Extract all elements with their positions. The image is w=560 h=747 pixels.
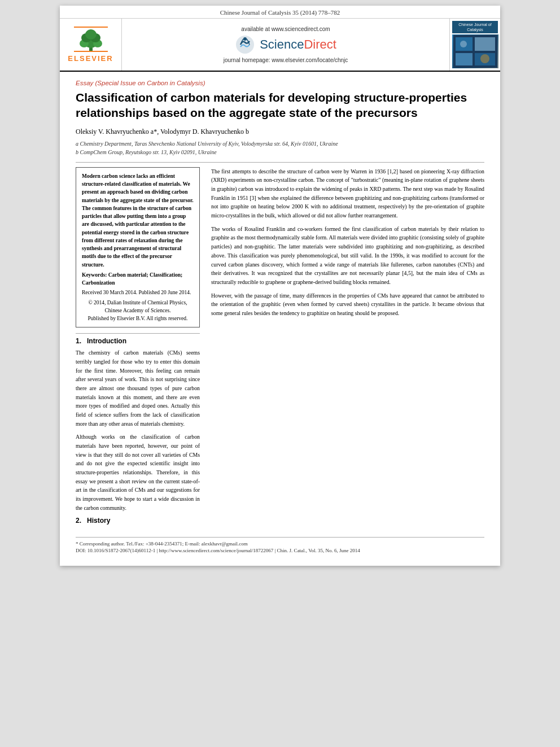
corresponding-author-footer: * Corresponding author. Tel./Fax: +38-04… bbox=[76, 541, 484, 547]
right-para-3: However, with the passage of time, many … bbox=[211, 291, 484, 318]
journal-cover-svg bbox=[453, 35, 497, 68]
journal-cover-image bbox=[452, 34, 498, 68]
svg-rect-7 bbox=[74, 27, 108, 28]
elsevier-tree-icon bbox=[74, 27, 108, 52]
page: Chinese Journal of Catalysis 35 (2014) 7… bbox=[60, 6, 500, 566]
journal-thumb-title: Chinese Journal of Catalysis bbox=[452, 21, 498, 33]
affiliation-b: b CompChem Group, Reyutskogo str. 13, Ky… bbox=[76, 148, 484, 156]
divider-1 bbox=[76, 162, 484, 163]
elsevier-wordmark: ELSEVIER bbox=[68, 54, 113, 63]
intro-heading: 1. Introduction bbox=[76, 337, 200, 345]
history-heading: 2. History bbox=[76, 517, 200, 525]
intro-para-1: The chemistry of carbon materials (CMs) … bbox=[76, 348, 200, 428]
intro-number: 1. bbox=[76, 337, 81, 345]
keywords-line: Keywords: Carbon material; Classificatio… bbox=[82, 271, 194, 287]
elsevier-logo: ELSEVIER bbox=[60, 19, 122, 71]
abstract-body: Modern carbon science lacks an efficient… bbox=[82, 172, 194, 269]
history-heading-text: History bbox=[87, 517, 110, 525]
svg-rect-14 bbox=[456, 53, 473, 65]
abstract-box: Modern carbon science lacks an efficient… bbox=[76, 167, 200, 328]
history-number: 2. bbox=[76, 517, 81, 525]
affiliations: a Chemistry Department, Taras Shevchenko… bbox=[76, 139, 484, 156]
copyright-text: © 2014, Dalian Institute of Chemical Phy… bbox=[82, 299, 194, 315]
history-section: 2. History bbox=[76, 517, 200, 525]
journal-thumb-title-text: Chinese Journal of Catalysis bbox=[458, 23, 491, 32]
footer-area: * Corresponding author. Tel./Fax: +38-04… bbox=[76, 537, 484, 553]
svg-point-10 bbox=[243, 37, 247, 41]
two-column-layout: Modern carbon science lacks an efficient… bbox=[76, 167, 484, 528]
article-title: Classification of carbon materials for d… bbox=[76, 90, 484, 121]
dates-line: Received 30 March 2014. Published 20 Jun… bbox=[82, 289, 194, 296]
available-at-url: available at www.sciencedirect.com bbox=[241, 26, 330, 32]
journal-thumbnail: Chinese Journal of Catalysis bbox=[449, 19, 500, 71]
journal-title: Chinese Journal of Catalysis 35 (2014) 7… bbox=[220, 9, 340, 16]
intro-para-2: Although works on the classification of … bbox=[76, 433, 200, 512]
content-area: Essay (Special Issue on Carbon in Cataly… bbox=[60, 72, 500, 566]
journal-header: Chinese Journal of Catalysis 35 (2014) 7… bbox=[60, 6, 500, 19]
sd-name-text: ScienceDirect bbox=[260, 37, 336, 52]
sd-logo-icon bbox=[235, 34, 255, 55]
svg-point-6 bbox=[85, 29, 97, 40]
copyright-line: © 2014, Dalian Institute of Chemical Phy… bbox=[82, 299, 194, 323]
journal-homepage-url: journal homepage: www.elsevier.com/locat… bbox=[224, 57, 348, 63]
authors: Oleksiy V. Khavryuchenko a*, Volodymyr D… bbox=[76, 128, 484, 136]
svg-rect-13 bbox=[475, 37, 495, 51]
sciencedirect-banner: available at www.sciencedirect.com Scien… bbox=[122, 19, 449, 71]
keywords-label: Keywords: bbox=[82, 272, 107, 278]
divider-left bbox=[76, 333, 200, 334]
essay-tag: Essay (Special Issue on Carbon in Cataly… bbox=[76, 80, 484, 86]
svg-point-16 bbox=[460, 41, 467, 47]
left-column: Modern carbon science lacks an efficient… bbox=[76, 167, 200, 528]
header-strip: ELSEVIER available at www.sciencedirect.… bbox=[60, 19, 500, 72]
right-para-2: The works of Rosalind Franklin and co-wo… bbox=[211, 225, 484, 287]
affiliation-a: a Chemistry Department, Taras Shevchenko… bbox=[76, 139, 484, 148]
doi-footer: DOI: 10.1016/S1872-2067(14)60112-1 | htt… bbox=[76, 548, 484, 553]
svg-rect-8 bbox=[74, 51, 108, 52]
intro-heading-text: Introduction bbox=[87, 337, 126, 345]
intro-section: 1. Introduction The chemistry of carbon … bbox=[76, 337, 200, 512]
right-column: The first attempts to describe the struc… bbox=[211, 167, 484, 528]
svg-point-17 bbox=[480, 54, 489, 63]
sciencedirect-logo: ScienceDirect bbox=[235, 34, 336, 55]
published-by: Published by Elsevier B.V. All rights re… bbox=[82, 314, 194, 322]
right-para-1: The first attempts to describe the struc… bbox=[211, 167, 484, 220]
